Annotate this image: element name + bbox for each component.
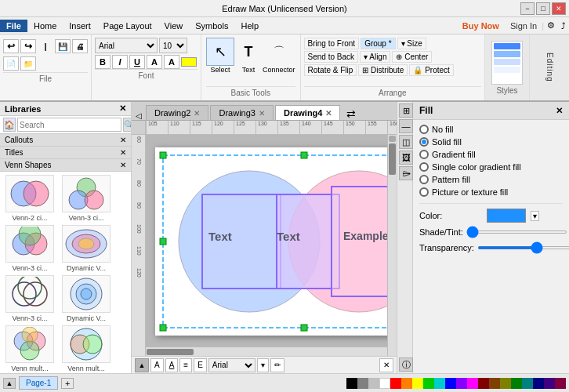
collapse-icon[interactable]: ▲ [135, 358, 149, 372]
venn-close-icon[interactable]: ✕ [120, 161, 126, 169]
list-item[interactable]: Dynamic V... [60, 275, 113, 322]
minimize-button[interactable]: − [520, 2, 535, 15]
menu-view[interactable]: View [158, 20, 190, 32]
font-family-select[interactable]: Arial [95, 38, 158, 53]
color-cell-cyan[interactable] [434, 378, 445, 389]
single-color-gradient-option[interactable]: Single color gradient fill [419, 162, 563, 172]
save-quick-button[interactable]: 💾 [55, 39, 71, 53]
color-cell-orange[interactable] [401, 378, 412, 389]
text-a2-button[interactable]: A [165, 358, 179, 372]
color-cell-green[interactable] [423, 378, 434, 389]
shade-slider[interactable] [466, 230, 567, 234]
scrollbar-h[interactable] [146, 347, 387, 356]
redo-button[interactable]: ↪ [20, 39, 36, 53]
connect-panel-icon[interactable]: ⌲ [399, 166, 413, 180]
color-cell-maroon[interactable] [478, 378, 489, 389]
highlight-button[interactable]: A [164, 55, 179, 69]
text-a-button[interactable]: A [150, 358, 164, 372]
list-item[interactable]: Venn-3 ci... [3, 225, 56, 272]
callouts-close-icon[interactable]: ✕ [120, 136, 126, 144]
color-cell-olive[interactable] [500, 378, 511, 389]
gradient-fill-radio[interactable] [419, 150, 429, 159]
share-icon[interactable]: ⤴ [558, 21, 569, 31]
bottom-draw-button[interactable]: ✏ [270, 358, 284, 372]
close-tab-drawing3[interactable]: ✕ [259, 109, 265, 118]
text-button[interactable]: T [237, 38, 259, 66]
picture-fill-radio[interactable] [419, 187, 429, 197]
close-libraries-icon[interactable]: ✕ [119, 103, 126, 114]
color-cell-purple[interactable] [456, 378, 467, 389]
picture-fill-option[interactable]: Picture or texture fill [419, 187, 563, 197]
font-size-select[interactable]: 10 [159, 38, 187, 53]
center-button[interactable]: ⊕ Center [392, 51, 432, 63]
gradient-fill-option[interactable]: Gradient fill [419, 150, 563, 159]
color-cell-magenta[interactable] [467, 378, 478, 389]
menu-symbols[interactable]: Symbols [189, 20, 234, 32]
align-button[interactable]: ▾ Align [360, 51, 390, 63]
menu-file[interactable]: File [0, 20, 27, 32]
search-icon[interactable]: 🔍 [123, 118, 132, 132]
bottom-font-select[interactable]: Arial [208, 358, 256, 372]
add-page-button[interactable]: + [61, 378, 74, 389]
color-dropdown-button[interactable]: ▾ [531, 211, 539, 221]
fill-panel-icon[interactable]: ⊞ [399, 103, 413, 118]
solid-fill-radio[interactable] [419, 137, 429, 147]
menu-insert[interactable]: Insert [63, 20, 97, 32]
callouts-section-header[interactable]: Callouts ✕ [0, 134, 131, 147]
venn-section-header[interactable]: Venn Shapes ✕ [0, 159, 131, 172]
list-item[interactable]: Venn mult... [3, 325, 56, 372]
list-button[interactable]: E [194, 358, 207, 372]
color-cell-darkgreen[interactable] [511, 378, 522, 389]
buy-now-button[interactable]: Buy Now [456, 21, 506, 31]
color-cell-silver[interactable] [368, 378, 379, 389]
color-cell-teal[interactable] [522, 378, 533, 389]
canvas[interactable]: Text Text Example Text [146, 135, 397, 356]
size-button[interactable]: ▾ Size [397, 38, 426, 49]
protect-button[interactable]: 🔒 Protect [409, 64, 453, 76]
collapse-page-icon[interactable]: ▲ [3, 378, 16, 389]
scrollbar-v[interactable] [387, 135, 397, 356]
gear-icon[interactable]: ⚙ [544, 20, 558, 31]
titles-close-icon[interactable]: ✕ [120, 148, 126, 157]
color-cell-black[interactable] [346, 378, 357, 389]
menu-help[interactable]: Help [234, 20, 265, 32]
line-panel-icon[interactable]: — [399, 119, 413, 133]
shadow-panel-icon[interactable]: ◫ [399, 135, 413, 149]
distribute-button[interactable]: ⊞ Distribute [358, 64, 408, 76]
no-fill-radio[interactable] [419, 125, 429, 134]
color-cell-red[interactable] [390, 378, 401, 389]
close-fill-panel-icon[interactable]: ✕ [556, 106, 563, 116]
rotate-button[interactable]: Rotate & Flip [304, 64, 357, 76]
color-cell-blue[interactable] [445, 378, 456, 389]
color-cell-navy[interactable] [533, 378, 544, 389]
color-cell-indigo[interactable] [544, 378, 555, 389]
color-cell-white[interactable] [379, 378, 390, 389]
color-cell-gray[interactable] [357, 378, 368, 389]
close-toolbar-button[interactable]: ✕ [379, 358, 393, 372]
font-color-a-button[interactable]: A [147, 55, 162, 69]
italic-button[interactable]: I [112, 55, 128, 69]
list-item[interactable]: Venn mult... [60, 325, 113, 372]
underline-button[interactable]: U [129, 55, 145, 69]
library-search-input[interactable] [17, 118, 121, 132]
list-item[interactable]: Venn-2 ci... [3, 175, 56, 222]
single-color-radio[interactable] [419, 162, 429, 172]
color-cell-wine[interactable] [555, 378, 566, 389]
transparency-slider[interactable] [477, 246, 569, 249]
list-item[interactable]: Venn-3 ci... [60, 175, 113, 222]
titles-section-header[interactable]: Titles ✕ [0, 147, 131, 159]
open-button[interactable]: 📁 [20, 56, 36, 71]
menu-page-layout[interactable]: Page Layout [97, 20, 158, 32]
bottom-font-dropdown[interactable]: ▾ [257, 358, 269, 372]
color-cell-yellow[interactable] [412, 378, 423, 389]
bold-button[interactable]: B [95, 55, 111, 69]
pattern-fill-radio[interactable] [419, 175, 429, 184]
no-fill-option[interactable]: No fill [419, 125, 563, 134]
font-bg-button[interactable] [181, 57, 197, 67]
close-button[interactable]: ✕ [552, 2, 566, 15]
list-item[interactable]: Dynamic V... [60, 225, 113, 272]
select-button[interactable]: ↖ [206, 38, 234, 66]
pattern-fill-option[interactable]: Pattern fill [419, 175, 563, 184]
print-quick-button[interactable]: 🖨 [72, 39, 88, 53]
new-button[interactable]: 📄 [3, 56, 19, 71]
